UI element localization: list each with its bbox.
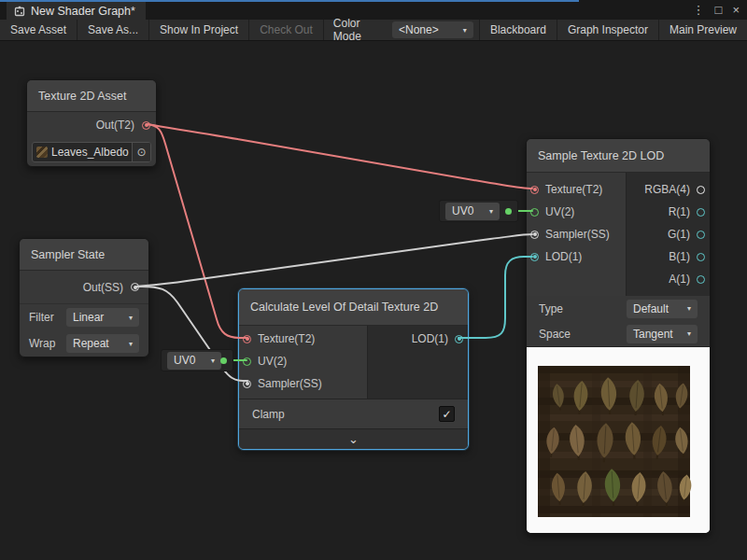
node-texture-2d-asset[interactable]: Texture 2D Asset Out(T2) Leaves_Albedo ⊙ bbox=[26, 79, 157, 167]
uv-channel-value: UV0 bbox=[452, 204, 473, 217]
graph-inspector-button[interactable]: Graph Inspector bbox=[557, 20, 658, 40]
port-label: Texture(T2) bbox=[258, 332, 315, 345]
space-value: Tangent bbox=[633, 328, 673, 341]
port-label: Texture(T2) bbox=[545, 183, 602, 196]
port-label: Out(SS) bbox=[83, 281, 123, 294]
tab-new-shader-graph[interactable]: New Shader Graph* bbox=[7, 2, 146, 20]
port-label: G(1) bbox=[668, 228, 690, 241]
port-out-lod[interactable] bbox=[455, 335, 463, 343]
save-as-button[interactable]: Save As... bbox=[78, 20, 149, 40]
caret-down-icon: ▾ bbox=[129, 340, 133, 348]
tab-title: New Shader Graph* bbox=[31, 5, 135, 18]
port-label: R(1) bbox=[669, 205, 690, 218]
wrap-label: Wrap bbox=[29, 337, 66, 350]
uv-connector-dot bbox=[220, 357, 227, 364]
port-label: Sampler(SS) bbox=[258, 377, 322, 390]
port-label: Out(T2) bbox=[96, 119, 134, 132]
node-sample-texture-2d-lod[interactable]: Sample Texture 2D LOD Texture(T2) UV(2) … bbox=[526, 138, 711, 534]
type-label: Type bbox=[539, 302, 627, 315]
caret-down-icon: ▾ bbox=[129, 314, 133, 322]
more-menu-icon[interactable]: ⋮ bbox=[693, 4, 705, 16]
graph-toolbar: Save Asset Save As... Show In Project Ch… bbox=[0, 20, 747, 41]
uv-channel-widget: UV0 ▾ bbox=[161, 349, 233, 371]
port-label: RGBA(4) bbox=[644, 183, 690, 196]
node-title[interactable]: Sample Texture 2D LOD bbox=[527, 139, 710, 173]
port-in-uv[interactable] bbox=[243, 357, 251, 366]
port-out-rgba[interactable] bbox=[697, 186, 705, 194]
shader-graph-window: New Shader Graph* ⋮ □ × Save Asset Save … bbox=[0, 0, 747, 560]
node-preview-image bbox=[527, 346, 710, 533]
caret-down-icon: ▾ bbox=[687, 329, 691, 338]
port-in-sampler[interactable] bbox=[530, 231, 539, 239]
node-sampler-state[interactable]: Sampler State Out(SS) Filter Linear ▾ Wr… bbox=[19, 238, 149, 357]
type-value: Default bbox=[633, 302, 669, 315]
port-label: A(1) bbox=[669, 273, 690, 286]
port-out-g[interactable] bbox=[697, 231, 705, 239]
clamp-label: Clamp bbox=[252, 408, 285, 421]
port-label: LOD(1) bbox=[412, 332, 448, 345]
space-dropdown[interactable]: Tangent ▾ bbox=[627, 325, 698, 343]
node-title[interactable]: Sampler State bbox=[20, 239, 148, 271]
port-label: LOD(1) bbox=[545, 250, 582, 263]
port-out-r[interactable] bbox=[697, 208, 705, 217]
wire-texture-to-calculate bbox=[147, 124, 247, 338]
uv-channel-dropdown[interactable]: UV0 ▾ bbox=[167, 352, 221, 370]
texture-name: Leaves_Albedo bbox=[51, 146, 132, 159]
port-label: UV(2) bbox=[258, 355, 287, 368]
wire-sampler-to-sample bbox=[136, 234, 532, 287]
port-out-t2[interactable] bbox=[142, 121, 150, 130]
texture-object-field[interactable]: Leaves_Albedo ⊙ bbox=[32, 142, 151, 162]
space-label: Space bbox=[539, 328, 627, 341]
color-mode-label: Color Mode bbox=[324, 17, 392, 43]
node-title[interactable]: Calculate Level Of Detail Texture 2D bbox=[239, 289, 468, 326]
object-picker-icon[interactable]: ⊙ bbox=[132, 143, 150, 161]
port-out-b[interactable] bbox=[697, 253, 705, 261]
caret-down-icon: ▾ bbox=[687, 304, 691, 313]
node-title[interactable]: Texture 2D Asset bbox=[27, 80, 156, 112]
uv-channel-value: UV0 bbox=[174, 354, 195, 367]
port-out-ss[interactable] bbox=[131, 283, 139, 291]
maximize-icon[interactable]: □ bbox=[715, 4, 723, 16]
blackboard-button[interactable]: Blackboard bbox=[479, 20, 557, 40]
uv-channel-widget: UV0 ▾ bbox=[439, 200, 518, 222]
filter-dropdown[interactable]: Linear ▾ bbox=[66, 308, 139, 327]
port-label: B(1) bbox=[669, 250, 690, 263]
show-in-project-button[interactable]: Show In Project bbox=[149, 20, 249, 40]
color-mode-dropdown[interactable]: <None> ▾ bbox=[392, 21, 473, 38]
wire-lod-to-sample bbox=[458, 257, 532, 338]
wire-texture-to-sample bbox=[147, 124, 532, 189]
type-dropdown[interactable]: Default ▾ bbox=[627, 300, 698, 318]
wrap-dropdown[interactable]: Repeat ▾ bbox=[66, 334, 139, 353]
caret-down-icon: ▾ bbox=[489, 207, 493, 216]
caret-down-icon: ▾ bbox=[211, 357, 215, 365]
main-preview-button[interactable]: Main Preview bbox=[658, 20, 747, 40]
close-icon[interactable]: × bbox=[732, 4, 740, 16]
wrap-value: Repeat bbox=[73, 337, 109, 350]
checkmark-icon: ✓ bbox=[442, 408, 451, 421]
collapse-toggle[interactable]: ⌄ bbox=[239, 428, 468, 449]
clamp-checkbox[interactable]: ✓ bbox=[439, 406, 455, 422]
caret-down-icon: ▾ bbox=[463, 26, 467, 35]
port-in-lod[interactable] bbox=[530, 253, 539, 261]
uv-connector-dot bbox=[505, 208, 512, 215]
texture-thumbnail bbox=[36, 147, 48, 158]
port-in-texture[interactable] bbox=[530, 186, 539, 194]
color-mode-value: <None> bbox=[399, 23, 439, 36]
uv-channel-dropdown[interactable]: UV0 ▾ bbox=[445, 203, 500, 220]
port-out-a[interactable] bbox=[697, 275, 705, 284]
filter-value: Linear bbox=[73, 311, 104, 324]
save-asset-button[interactable]: Save Asset bbox=[0, 20, 78, 40]
port-in-uv[interactable] bbox=[530, 208, 539, 217]
node-calculate-lod-texture-2d[interactable]: Calculate Level Of Detail Texture 2D Tex… bbox=[238, 288, 469, 450]
port-in-sampler[interactable] bbox=[243, 380, 251, 388]
port-label: UV(2) bbox=[545, 205, 574, 218]
check-out-button: Check Out bbox=[249, 20, 324, 40]
filter-label: Filter bbox=[29, 311, 66, 324]
port-in-texture[interactable] bbox=[243, 335, 251, 343]
port-label: Sampler(SS) bbox=[545, 228, 610, 241]
shader-graph-icon bbox=[14, 6, 25, 17]
